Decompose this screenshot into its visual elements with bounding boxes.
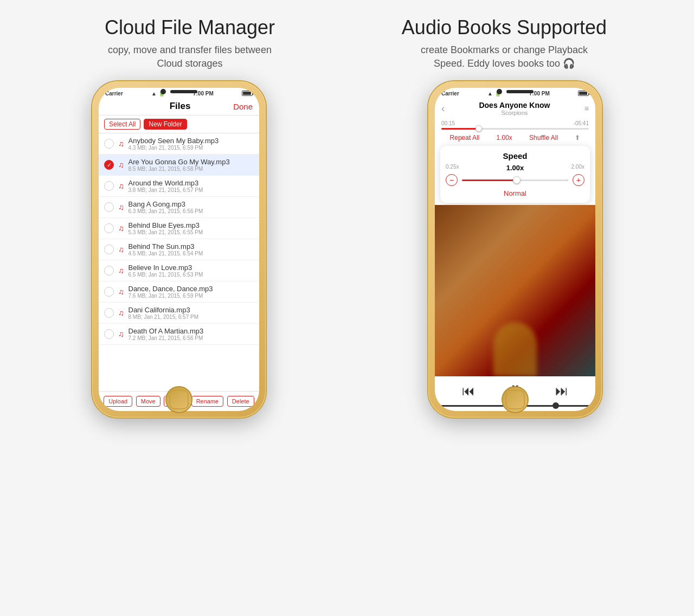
left-phone-top [92, 89, 266, 94]
file-radio[interactable] [104, 329, 114, 339]
file-item[interactable]: ♫Are You Gonna Go My Way.mp38.5 MB; Jan … [99, 155, 259, 176]
back-button[interactable]: ‹ [441, 103, 445, 114]
right-phone-wrapper: Carrier ▲ 🔋 7:00 PM ‹ Does Anyone Know S… [401, 81, 629, 418]
audio-nav: ‹ Does Anyone Know Scorpions ≡ [435, 99, 595, 118]
file-info: Behind The Sun.mp34.5 MB; Jan 21, 2015, … [128, 242, 254, 256]
delete-button[interactable]: Delete [227, 396, 254, 407]
file-radio[interactable] [104, 160, 114, 170]
home-button-left[interactable] [165, 386, 192, 413]
file-info: Behind Blue Eyes.mp35.3 MB; Jan 21, 2015… [128, 221, 254, 235]
music-icon: ♫ [118, 224, 124, 233]
files-toolbar: Select All New Folder [99, 116, 259, 133]
playlist-icon[interactable]: ≡ [584, 104, 589, 113]
file-info: Bang A Gong.mp36.3 MB; Jan 21, 2015, 6:5… [128, 200, 254, 214]
music-icon: ♫ [118, 203, 124, 211]
next-button[interactable]: ⏭ [555, 383, 568, 399]
file-item[interactable]: ♫Dani California.mp38 MB; Jan 21, 2015, … [99, 303, 259, 324]
track-info: Does Anyone Know Scorpions [479, 101, 550, 116]
file-radio[interactable] [104, 287, 114, 297]
file-radio[interactable] [104, 139, 114, 149]
speed-increase-button[interactable]: + [573, 174, 584, 186]
top-section: Cloud File Manager copy, move and transf… [0, 0, 694, 76]
home-button-right[interactable] [502, 386, 529, 413]
right-screen-container: Carrier ▲ 🔋 7:00 PM ‹ Does Anyone Know S… [435, 88, 595, 411]
share-button[interactable]: ⬆ [575, 134, 580, 142]
file-item[interactable]: ♫Behind Blue Eyes.mp35.3 MB; Jan 21, 201… [99, 218, 259, 239]
file-radio[interactable] [104, 245, 114, 254]
file-item[interactable]: ♫Death Of A Martian.mp37.2 MB; Jan 21, 2… [99, 324, 259, 345]
music-icon: ♫ [118, 309, 124, 317]
file-name: Death Of A Martian.mp3 [128, 327, 254, 335]
speed-min: 0.25x [446, 164, 459, 172]
speed-label: Normal [446, 189, 584, 197]
upload-button[interactable]: Upload [104, 396, 132, 407]
file-info: Anybody Seen My Baby.mp34.3 MB; Jan 21, … [128, 137, 254, 151]
left-screen: Carrier ▲ 🔋 7:00 PM Files Done [99, 88, 259, 411]
file-radio[interactable] [104, 202, 114, 212]
left-feature-title: Cloud File Manager [48, 16, 331, 39]
speed-track-right [515, 179, 568, 181]
time-total: -05:41 [574, 120, 589, 126]
file-item[interactable]: ♫Around the World.mp33.8 MB; Jan 21, 201… [99, 176, 259, 197]
file-radio[interactable] [104, 181, 114, 191]
album-art [435, 205, 595, 376]
music-icon: ♫ [118, 266, 124, 275]
prev-button[interactable]: ⏮ [462, 383, 475, 399]
music-icon: ♫ [118, 161, 124, 169]
file-list: ♫Anybody Seen My Baby.mp34.3 MB; Jan 21,… [99, 133, 259, 391]
right-phone-top [428, 89, 602, 94]
phones-section: Carrier ▲ 🔋 7:00 PM Files Done [0, 81, 694, 418]
move-button[interactable]: Move [136, 396, 160, 407]
file-info: Dance, Dance, Dance.mp37.6 MB; Jan 21, 2… [128, 285, 254, 299]
speed-decrease-button[interactable]: − [446, 174, 458, 186]
seek-thumb [552, 402, 559, 409]
right-feature-desc: create Bookmarks or change PlaybackSpeed… [363, 43, 646, 70]
left-phone-wrapper: Carrier ▲ 🔋 7:00 PM Files Done [65, 81, 293, 418]
progress-track[interactable] [441, 128, 589, 130]
left-screen-container: Carrier ▲ 🔋 7:00 PM Files Done [99, 88, 259, 411]
speed-labels: 0.25x 1.00x 2.00x [446, 164, 584, 172]
time-current: 00:15 [441, 120, 455, 126]
right-feature: Audio Books Supported create Bookmarks o… [363, 16, 646, 70]
file-name: Dani California.mp3 [128, 306, 254, 314]
track-title: Does Anyone Know [479, 101, 550, 110]
speed-popup-title: Speed [446, 151, 584, 161]
repeat-button[interactable]: Repeat All [450, 134, 480, 142]
file-name: Behind The Sun.mp3 [128, 242, 254, 251]
file-info: Dani California.mp38 MB; Jan 21, 2015, 6… [128, 306, 254, 320]
track-artist: Scorpions [479, 110, 550, 116]
speed-slider-row: − + [446, 174, 584, 186]
file-meta: 4.3 MB; Jan 21, 2015, 6:59 PM [128, 145, 254, 151]
files-nav: Files Done [99, 99, 259, 116]
speed-button[interactable]: 1.00x [496, 134, 512, 142]
select-all-button[interactable]: Select All [104, 119, 140, 130]
file-meta: 3.8 MB; Jan 21, 2015, 6:57 PM [128, 187, 254, 193]
file-name: Behind Blue Eyes.mp3 [128, 221, 254, 229]
file-meta: 8.5 MB; Jan 21, 2015, 6:58 PM [128, 166, 254, 172]
file-meta: 5.3 MB; Jan 21, 2015, 6:55 PM [128, 229, 254, 235]
file-item[interactable]: ♫Believe In Love.mp36.5 MB; Jan 21, 2015… [99, 260, 259, 281]
file-radio[interactable] [104, 266, 114, 275]
rename-button[interactable]: Rename [191, 396, 224, 407]
progress-times: 00:15 -05:41 [441, 120, 589, 126]
file-item[interactable]: ♫Bang A Gong.mp36.3 MB; Jan 21, 2015, 6:… [99, 197, 259, 218]
speed-track[interactable] [462, 179, 568, 181]
music-icon: ♫ [118, 330, 124, 338]
file-item[interactable]: ♫Dance, Dance, Dance.mp37.6 MB; Jan 21, … [99, 281, 259, 303]
album-figure [493, 322, 537, 376]
file-info: Believe In Love.mp36.5 MB; Jan 21, 2015,… [128, 264, 254, 278]
file-name: Are You Gonna Go My Way.mp3 [128, 158, 254, 166]
file-item[interactable]: ♫Anybody Seen My Baby.mp34.3 MB; Jan 21,… [99, 133, 259, 155]
file-radio[interactable] [104, 223, 114, 233]
file-item[interactable]: ♫Behind The Sun.mp34.5 MB; Jan 21, 2015,… [99, 239, 259, 260]
shuffle-button[interactable]: Shuffle All [529, 134, 558, 142]
done-button[interactable]: Done [233, 102, 253, 111]
file-name: Bang A Gong.mp3 [128, 200, 254, 208]
speaker-left [170, 90, 197, 93]
file-radio[interactable] [104, 308, 114, 318]
new-folder-button[interactable]: New Folder [144, 119, 187, 130]
file-info: Death Of A Martian.mp37.2 MB; Jan 21, 20… [128, 327, 254, 341]
progress-fill [441, 128, 478, 130]
file-name: Around the World.mp3 [128, 179, 254, 187]
file-meta: 7.2 MB; Jan 21, 2015, 6:56 PM [128, 335, 254, 341]
